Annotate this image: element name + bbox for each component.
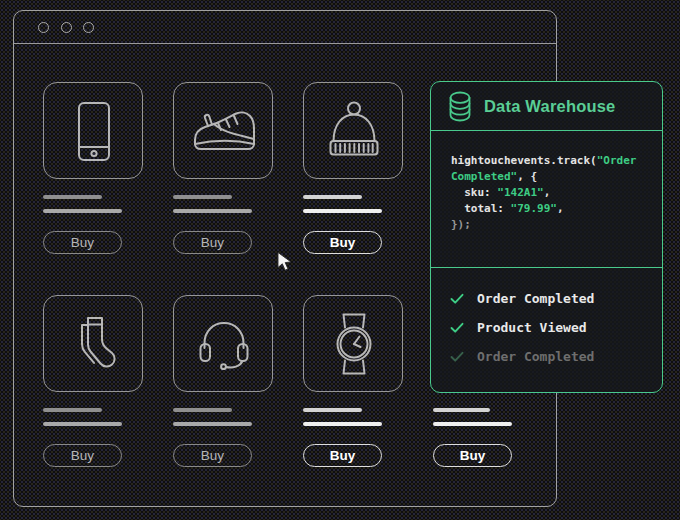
text-placeholder-line	[303, 422, 382, 426]
event-label: Order Completed	[477, 349, 594, 364]
sneaker-icon	[174, 83, 274, 180]
event-list: Order Completed Product Viewed Order Com…	[431, 268, 662, 364]
window-control-close-icon[interactable]	[38, 22, 49, 33]
product-card-socks: Buy	[43, 295, 143, 480]
product-card-sneaker: Buy	[173, 82, 273, 267]
database-icon	[448, 91, 472, 122]
product-image-frame	[303, 295, 403, 392]
text-placeholder-line	[43, 195, 102, 199]
buy-button[interactable]: Buy	[303, 231, 382, 254]
event-row-product-viewed: Product Viewed	[450, 320, 662, 335]
text-placeholder-line	[43, 408, 102, 412]
text-placeholder-line	[173, 195, 232, 199]
checkmark-icon	[450, 322, 464, 334]
code-line: Completed", {	[451, 169, 654, 185]
checkmark-icon	[450, 351, 464, 363]
window-control-maximize-icon[interactable]	[83, 22, 94, 33]
code-line: total: "79.99",	[451, 201, 654, 217]
text-placeholder-line	[303, 195, 362, 199]
event-label: Product Viewed	[477, 320, 587, 335]
product-image-frame	[173, 82, 273, 179]
event-row-order-completed: Order Completed	[450, 291, 662, 306]
text-placeholder-line	[173, 422, 252, 426]
text-placeholder-line	[303, 209, 382, 213]
product-card-headset: Buy	[173, 295, 273, 480]
text-placeholder-line	[43, 422, 122, 426]
product-card-watch: Buy	[303, 295, 403, 480]
beanie-icon	[304, 83, 404, 180]
product-image-frame	[303, 82, 403, 179]
product-image-frame	[43, 82, 143, 179]
product-card-phone: Buy	[43, 82, 143, 267]
text-placeholder-line	[43, 209, 122, 213]
text-placeholder-line	[433, 422, 512, 426]
checkmark-icon	[450, 293, 464, 305]
text-placeholder-line	[303, 408, 362, 412]
code-line: sku: "142A1",	[451, 185, 654, 201]
event-row-order-completed-dimmed: Order Completed	[450, 349, 662, 364]
phone-icon	[44, 83, 144, 180]
buy-button[interactable]: Buy	[173, 444, 252, 467]
panel-title: Data Warehouse	[484, 97, 615, 116]
product-image-frame	[173, 295, 273, 392]
code-line: });	[451, 217, 654, 233]
browser-titlebar	[14, 11, 556, 44]
data-warehouse-panel: Data Warehouse hightouchevents.track("Or…	[430, 81, 663, 393]
socks-icon	[44, 296, 144, 393]
product-card-beanie: Buy	[303, 82, 403, 267]
code-snippet: hightouchevents.track("OrderCompleted", …	[431, 131, 662, 268]
panel-header: Data Warehouse	[431, 82, 662, 131]
headset-icon	[174, 296, 274, 393]
buy-button[interactable]: Buy	[173, 231, 252, 254]
buy-button[interactable]: Buy	[43, 444, 122, 467]
text-placeholder-line	[433, 408, 490, 412]
window-control-minimize-icon[interactable]	[61, 22, 72, 33]
code-line: hightouchevents.track("Order	[451, 153, 654, 169]
event-label: Order Completed	[477, 291, 594, 306]
mouse-cursor-icon	[276, 251, 294, 272]
text-placeholder-line	[173, 408, 232, 412]
watch-icon	[304, 296, 404, 393]
product-image-frame	[43, 295, 143, 392]
buy-button[interactable]: Buy	[433, 444, 512, 467]
buy-button[interactable]: Buy	[303, 444, 382, 467]
text-placeholder-line	[173, 209, 252, 213]
buy-button[interactable]: Buy	[43, 231, 122, 254]
